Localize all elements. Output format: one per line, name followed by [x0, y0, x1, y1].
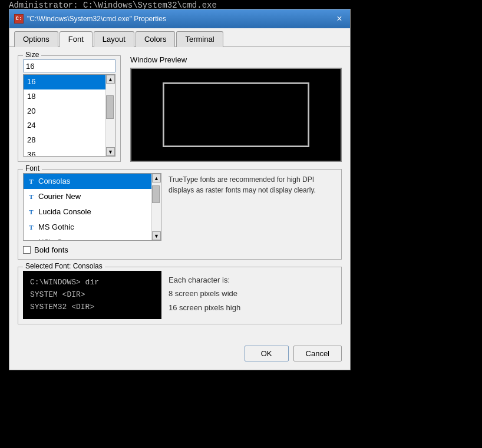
properties-dialog: C: "C:\Windows\System32\cmd.exe" Propert… — [9, 9, 351, 370]
size-label: Size — [23, 51, 41, 59]
cancel-button[interactable]: Cancel — [293, 346, 342, 361]
selected-font-label: Selected Font: Consolas — [23, 262, 105, 270]
font-tt-icon-courier-new: T — [27, 191, 35, 203]
preview-inner-window — [163, 82, 309, 147]
preview-label: Window Preview — [130, 55, 342, 64]
size-item-18[interactable]: 18 — [24, 89, 105, 104]
font-item-lucida-console[interactable]: T Lucida Console — [24, 204, 151, 220]
size-item-16[interactable]: 16 — [24, 75, 105, 89]
char-height-label: 16 screen pixels high — [169, 301, 240, 314]
preview-window — [130, 68, 342, 162]
bold-fonts-row: Bold fonts — [23, 245, 336, 254]
font-item-nsimsun[interactable]: T NSimSun — [24, 235, 151, 240]
font-scroll-down-button[interactable]: ▼ — [152, 231, 161, 240]
selected-font-section: Selected Font: Consolas C:\WINDOWS> dir … — [18, 267, 342, 324]
font-name-lucida-console: Lucida Console — [38, 205, 91, 218]
font-scroll-thumb[interactable] — [152, 185, 160, 203]
dialog-buttons: OK Cancel — [9, 341, 350, 370]
scroll-down-button[interactable]: ▼ — [106, 147, 115, 156]
font-item-courier-new[interactable]: T Courier New — [24, 189, 151, 204]
font-top: T Consolas T Courier New T Lucida Consol… — [23, 173, 336, 241]
tab-bar: Options Font Layout Colors Terminal — [9, 28, 350, 47]
font-item-ms-gothic[interactable]: T MS Gothic — [24, 220, 151, 235]
size-list: 16 18 20 24 28 36 72 — [24, 75, 105, 156]
char-width-label: 8 screen pixels wide — [169, 287, 240, 300]
tab-layout[interactable]: Layout — [94, 31, 134, 47]
font-section-label: Font — [23, 164, 42, 172]
font-scrollbar: ▲ ▼ — [151, 174, 161, 240]
font-tt-icon-lucida-console: T — [27, 207, 35, 218]
font-scroll-up-button[interactable]: ▲ — [152, 174, 161, 182]
font-name-nsimsun: NSimSun — [38, 236, 71, 240]
preview-section: Window Preview — [130, 55, 342, 162]
size-scrollbar: ▲ ▼ — [105, 75, 115, 156]
cmd-icon: C: — [14, 14, 24, 24]
font-list: T Consolas T Courier New T Lucida Consol… — [24, 174, 151, 240]
scroll-up-button[interactable]: ▲ — [106, 75, 115, 84]
tab-font[interactable]: Font — [60, 31, 93, 47]
dialog-content: Size 16 18 20 24 28 36 72 ▲ — [9, 47, 350, 341]
scroll-track — [106, 84, 115, 147]
bold-fonts-label: Bold fonts — [34, 245, 68, 254]
ok-button[interactable]: OK — [245, 346, 289, 361]
size-list-container: 16 18 20 24 28 36 72 ▲ — [23, 74, 115, 157]
dialog-title: "C:\Windows\System32\cmd.exe" Properties — [27, 15, 166, 23]
size-item-36[interactable]: 36 — [24, 148, 105, 156]
tab-terminal[interactable]: Terminal — [176, 31, 223, 47]
top-row: Size 16 18 20 24 28 36 72 ▲ — [18, 55, 342, 162]
font-scroll-track — [152, 182, 161, 231]
size-item-28[interactable]: 28 — [24, 133, 105, 148]
preview-line-2: SYSTEM <DIR> — [30, 289, 154, 301]
dialog-overlay: C: "C:\Windows\System32\cmd.exe" Propert… — [9, 9, 351, 370]
char-info: Each character is: 8 screen pixels wide … — [169, 271, 240, 319]
font-tt-icon-consolas: T — [27, 176, 35, 187]
tab-colors[interactable]: Colors — [136, 31, 176, 47]
size-item-20[interactable]: 20 — [24, 104, 105, 119]
font-list-container: T Consolas T Courier New T Lucida Consol… — [23, 173, 161, 241]
bold-fonts-checkbox[interactable] — [23, 246, 31, 254]
font-name-consolas: Consolas — [38, 175, 70, 188]
size-input[interactable] — [23, 59, 115, 72]
selected-font-top: C:\WINDOWS> dir SYSTEM <DIR> SYSTEM32 <D… — [23, 271, 336, 319]
title-bar-left: C: "C:\Windows\System32\cmd.exe" Propert… — [14, 14, 166, 24]
font-section: Font T Consolas T Courier New — [18, 169, 342, 260]
size-section: Size 16 18 20 24 28 36 72 ▲ — [18, 55, 121, 162]
font-name-courier-new: Courier New — [38, 190, 81, 203]
char-info-label: Each character is: — [169, 273, 240, 287]
font-tt-icon-ms-gothic: T — [27, 222, 35, 233]
font-item-consolas[interactable]: T Consolas — [24, 174, 151, 189]
preview-line-3: SYSTEM32 <DIR> — [30, 301, 154, 314]
preview-line-1: C:\WINDOWS> dir — [30, 277, 154, 289]
scroll-thumb[interactable] — [106, 95, 114, 119]
title-bar: C: "C:\Windows\System32\cmd.exe" Propert… — [9, 9, 350, 28]
font-name-ms-gothic: MS Gothic — [38, 221, 74, 234]
size-item-24[interactable]: 24 — [24, 118, 105, 133]
font-preview-box: C:\WINDOWS> dir SYSTEM <DIR> SYSTEM32 <D… — [23, 271, 161, 319]
close-button[interactable]: × — [334, 13, 345, 25]
font-tt-icon-nsimsun: T — [27, 237, 35, 240]
tab-options[interactable]: Options — [14, 31, 58, 47]
font-hint: TrueType fonts are recommended for high … — [169, 173, 336, 195]
